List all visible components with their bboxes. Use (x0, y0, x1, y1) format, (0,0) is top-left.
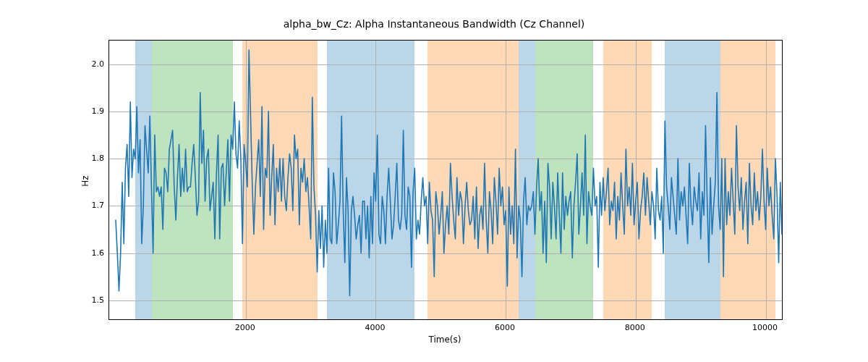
x-tick-label: 10000 (752, 323, 778, 332)
plot-area (109, 40, 783, 320)
x-tick-label: 8000 (625, 323, 645, 332)
x-tick-label: 4000 (365, 323, 385, 332)
y-tick-label: 1.9 (75, 106, 104, 115)
y-axis-label: Hz (78, 0, 93, 362)
y-tick-label: 2.0 (75, 59, 104, 68)
figure: alpha_bw_Cz: Alpha Instantaneous Bandwid… (0, 0, 868, 362)
y-tick-label: 1.6 (75, 248, 104, 257)
x-tick-label: 2000 (235, 323, 255, 332)
chart-title: alpha_bw_Cz: Alpha Instantaneous Bandwid… (0, 18, 868, 30)
line-series (109, 41, 782, 319)
x-tick-label: 6000 (495, 323, 515, 332)
y-tick-label: 1.7 (75, 201, 104, 210)
y-tick-label: 1.5 (75, 295, 104, 304)
x-axis-label: Time(s) (109, 334, 781, 345)
y-tick-label: 1.8 (75, 153, 104, 163)
